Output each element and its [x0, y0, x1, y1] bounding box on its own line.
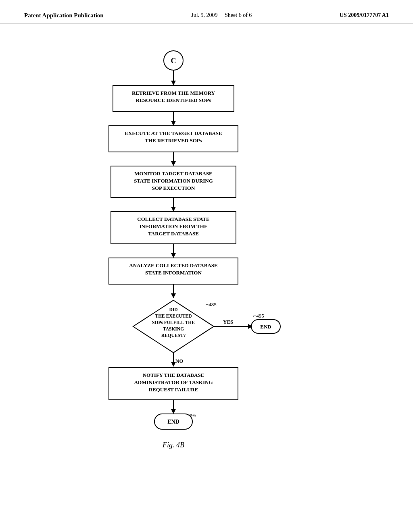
svg-text:EXECUTE AT THE TARGET DATABASE: EXECUTE AT THE TARGET DATABASE [125, 130, 222, 136]
header-date-sheet: Jul. 9, 2009 Sheet 6 of 6 [191, 12, 252, 19]
svg-marker-37 [133, 300, 214, 353]
svg-text:DID: DID [169, 307, 177, 312]
svg-text:⌐470: ⌐470 [206, 166, 217, 172]
svg-text:⌐485: ⌐485 [206, 301, 217, 308]
diagram-svg: C ⌐450 RETRIEVE FROM THE MEMORY RESOURCE… [0, 40, 413, 524]
svg-marker-9 [171, 121, 176, 126]
svg-text:⌐480: ⌐480 [206, 258, 217, 264]
svg-rect-17 [111, 166, 236, 197]
page-header: Patent Application Publication Jul. 9, 2… [0, 0, 413, 23]
svg-text:RESOURCE IDENTIFIED SOPs: RESOURCE IDENTIFIED SOPs [136, 97, 211, 103]
svg-text:SOPs FULFILL THE: SOPs FULFILL THE [152, 320, 195, 325]
svg-text:INFORMATION FROM THE: INFORMATION FROM THE [139, 223, 207, 229]
svg-text:END: END [260, 324, 271, 330]
svg-text:NOTIFY THE DATABASE: NOTIFY THE DATABASE [143, 372, 204, 378]
svg-text:COLLECT DATABASE STATE: COLLECT DATABASE STATE [137, 216, 209, 222]
svg-text:⌐490: ⌐490 [206, 368, 217, 374]
diagram-area: C „450 RETRIEVE FROM THE MEMORYRESOURCE … [0, 23, 413, 35]
svg-marker-58 [171, 409, 176, 414]
svg-rect-47 [251, 320, 280, 333]
svg-marker-22 [171, 207, 176, 212]
svg-text:YES: YES [223, 319, 233, 325]
svg-rect-24 [111, 212, 236, 244]
svg-text:REQUEST?: REQUEST? [161, 333, 186, 338]
svg-text:NO: NO [175, 358, 184, 364]
publication-title: Patent Application Publication [24, 12, 104, 19]
svg-text:THE RETRIEVED SOPs: THE RETRIEVED SOPs [145, 137, 202, 143]
svg-marker-35 [171, 293, 176, 298]
svg-rect-53 [109, 368, 238, 400]
svg-text:MONITOR TARGET DATABASE: MONITOR TARGET DATABASE [134, 170, 213, 177]
svg-marker-44 [248, 324, 253, 329]
svg-rect-31 [109, 258, 238, 284]
svg-text:⌐460: ⌐460 [206, 126, 217, 132]
svg-point-0 [164, 51, 183, 70]
svg-text:TASKING: TASKING [163, 326, 184, 331]
svg-text:C: C [171, 57, 176, 65]
patent-number: US 2009/0177707 A1 [340, 12, 389, 19]
svg-text:TARGET DATABASE: TARGET DATABASE [148, 231, 199, 237]
full-diagram: C ⌐450 RETRIEVE FROM THE MEMORY RESOURCE… [0, 40, 413, 524]
svg-marker-3 [171, 81, 176, 85]
svg-rect-60 [154, 414, 192, 429]
svg-text:ANALYZE COLLECTED DATABASE: ANALYZE COLLECTED DATABASE [129, 262, 217, 268]
svg-text:THE EXECUTED: THE EXECUTED [155, 314, 192, 318]
svg-text:SOP EXECUTION: SOP EXECUTION [152, 185, 195, 191]
svg-text:REQUEST FAILURE: REQUEST FAILURE [149, 387, 198, 393]
svg-text:STATE INFORMATION DURING: STATE INFORMATION DURING [134, 178, 213, 184]
svg-rect-5 [113, 85, 234, 112]
svg-marker-50 [171, 362, 176, 367]
svg-text:⌐450: ⌐450 [206, 86, 217, 92]
svg-text:RETRIEVE FROM THE MEMORY: RETRIEVE FROM THE MEMORY [132, 90, 215, 96]
svg-text:⌐495: ⌐495 [253, 313, 264, 319]
svg-text:STATE INFORMATION: STATE INFORMATION [145, 270, 202, 276]
svg-marker-15 [171, 161, 176, 166]
svg-text:⌐495: ⌐495 [186, 412, 196, 418]
svg-marker-29 [171, 253, 176, 258]
svg-text:END: END [167, 419, 179, 425]
svg-text:ADMINISTRATOR OF TASKING: ADMINISTRATOR OF TASKING [134, 379, 213, 385]
svg-rect-11 [109, 126, 238, 152]
svg-text:⌐475: ⌐475 [206, 212, 217, 218]
svg-text:Fig. 4B: Fig. 4B [162, 441, 184, 449]
